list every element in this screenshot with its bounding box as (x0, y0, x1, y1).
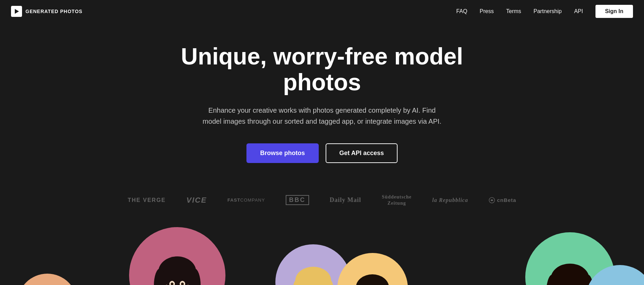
press-logo-fastcompany: FASTCOMPANY (228, 197, 265, 203)
nav-press[interactable]: Press (480, 8, 494, 14)
brand-name: GENERATED PHOTOS (25, 9, 83, 14)
press-logo-repubblica: la Repubblica (432, 197, 468, 203)
svg-point-30 (356, 274, 389, 285)
hero-section: Unique, worry-free model photos Enhance … (0, 23, 644, 177)
hero-title: Unique, worry-free model photos (167, 43, 477, 95)
photo-circle-1 (17, 274, 77, 285)
press-logo-bbc: BBC (286, 195, 309, 205)
hero-subtitle: Enhance your creative works with photos … (202, 105, 443, 127)
browse-photos-button[interactable]: Browse photos (246, 143, 319, 163)
signin-button[interactable]: Sign In (595, 5, 633, 18)
nav-partnership[interactable]: Partnership (534, 8, 562, 14)
get-api-button[interactable]: Get API access (326, 143, 398, 163)
press-logo-verge: THE VERGE (128, 197, 166, 203)
press-logo-sz: SüddeutscheZeitung (382, 194, 411, 206)
nav-links: FAQ Press Terms Partnership API Sign In (456, 5, 633, 18)
svg-marker-0 (15, 9, 19, 14)
press-logos-section: THE VERGE VICE FASTCOMPANY BBC Daily Mai… (0, 177, 644, 224)
press-logo-dailymail: Daily Mail (330, 196, 361, 204)
photo-circle-2 (129, 227, 225, 285)
nav-api[interactable]: API (574, 8, 583, 14)
nav-terms[interactable]: Terms (506, 8, 521, 14)
press-logo-cnbeta: cnBeta (489, 197, 516, 203)
press-logo-vice: VICE (187, 196, 207, 205)
brand-logo[interactable]: GENERATED PHOTOS (11, 6, 83, 17)
hero-buttons: Browse photos Get API access (246, 143, 398, 163)
photos-section (0, 224, 644, 285)
navbar: GENERATED PHOTOS FAQ Press Terms Partner… (0, 0, 644, 23)
nav-faq[interactable]: FAQ (456, 8, 467, 14)
photo-circle-4 (337, 253, 408, 285)
logo-icon (11, 6, 22, 17)
